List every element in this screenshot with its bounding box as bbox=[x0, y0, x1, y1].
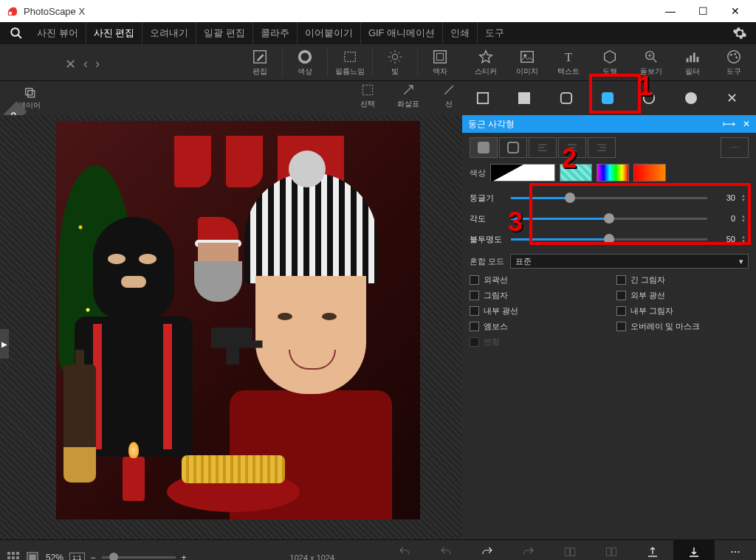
slider-row-1: 각도0▲▼ bbox=[470, 208, 749, 229]
window-titlebar: PhotoScape X — ☐ ✕ bbox=[0, 0, 756, 22]
maximize-button[interactable]: ☐ bbox=[688, 1, 718, 21]
shape-filled-roundsquare[interactable] bbox=[593, 87, 622, 109]
fill-mode-align3[interactable] bbox=[588, 137, 616, 158]
checkbox-box[interactable] bbox=[616, 322, 626, 331]
color-swatch-gradient[interactable] bbox=[633, 164, 666, 182]
history-3: 다시 실행 bbox=[508, 540, 549, 560]
tool-sun[interactable]: 빛 bbox=[374, 44, 416, 80]
menu-item-4[interactable]: 콜라주 bbox=[252, 22, 297, 44]
fill-mode-outline[interactable] bbox=[499, 137, 527, 158]
action-저장[interactable]: 저장 bbox=[673, 540, 715, 560]
tool-bars[interactable]: 필터 bbox=[672, 44, 713, 80]
checkbox-4[interactable]: 내부 광선 bbox=[470, 305, 602, 317]
slider-value: 50 bbox=[713, 235, 735, 243]
fill-mode-more[interactable]: ⋯ bbox=[721, 137, 749, 158]
menu-item-5[interactable]: 이어붙이기 bbox=[297, 22, 360, 44]
svg-rect-65 bbox=[565, 548, 569, 556]
slider-spinner[interactable]: ▲▼ bbox=[741, 214, 749, 223]
checkbox-6[interactable]: 엠보스 bbox=[470, 321, 602, 332]
menu-item-7[interactable]: 인쇄 bbox=[442, 22, 477, 44]
tool-pencil-square[interactable]: 편집 bbox=[239, 44, 281, 80]
slider-track[interactable] bbox=[511, 218, 707, 220]
zoom-slider[interactable] bbox=[102, 556, 176, 559]
shape-filled-circle[interactable] bbox=[676, 87, 706, 109]
grid-icon[interactable] bbox=[7, 552, 19, 561]
menu-item-0[interactable]: 사진 뷰어 bbox=[30, 22, 86, 44]
close-canvas-icon[interactable]: ✕ bbox=[65, 56, 76, 72]
close-button[interactable]: ✕ bbox=[721, 1, 750, 21]
tool-frame[interactable]: 액자 bbox=[419, 44, 461, 80]
zoom-in-icon[interactable]: + bbox=[182, 553, 187, 561]
prev-icon[interactable]: ‹ bbox=[83, 56, 88, 72]
tool-circle[interactable]: 색상 bbox=[284, 44, 326, 80]
slider-spinner[interactable]: ▲▼ bbox=[741, 193, 749, 202]
background-icon[interactable] bbox=[27, 552, 38, 561]
fill-mode-align2[interactable] bbox=[558, 137, 586, 158]
canvas-area[interactable] bbox=[13, 115, 462, 539]
svg-text:T: T bbox=[565, 49, 572, 63]
tool-image[interactable]: 이미지 bbox=[506, 44, 548, 80]
expand-sidebar-icon[interactable]: ▶ bbox=[0, 329, 9, 359]
menu-item-6[interactable]: GIF 애니메이션 bbox=[360, 22, 442, 44]
tool-zoom[interactable]: 돋보기 bbox=[630, 44, 672, 80]
checkbox-2[interactable]: 그림자 bbox=[470, 290, 602, 301]
slider-spinner[interactable]: ▲▼ bbox=[741, 235, 749, 243]
checkbox-box[interactable] bbox=[470, 306, 479, 316]
tool-hex[interactable]: 도형 bbox=[589, 44, 630, 80]
layers-button[interactable]: 레이어 PRO bbox=[0, 81, 59, 115]
svg-rect-34 bbox=[362, 85, 372, 94]
shape-outline-roundsquare[interactable] bbox=[551, 87, 581, 109]
blend-mode-dropdown[interactable]: 표준 ▾ bbox=[510, 254, 749, 269]
history-2[interactable]: 다시 실행 bbox=[467, 540, 508, 560]
checkbox-box[interactable] bbox=[616, 306, 626, 316]
checkbox-box[interactable] bbox=[470, 291, 479, 300]
checkbox-box[interactable] bbox=[470, 322, 479, 331]
slider-track[interactable] bbox=[511, 238, 707, 241]
action-기타[interactable]: 기타 bbox=[715, 540, 756, 560]
checkbox-box[interactable] bbox=[616, 291, 626, 300]
minimize-button[interactable]: — bbox=[656, 1, 685, 21]
subtool-select[interactable]: 선택 bbox=[360, 83, 375, 109]
color-swatch-pattern[interactable] bbox=[560, 164, 592, 182]
shape-outline-square[interactable] bbox=[468, 87, 498, 109]
checkbox-box[interactable] bbox=[470, 275, 479, 285]
menu-item-3[interactable]: 일괄 편집 bbox=[196, 22, 252, 44]
zoom-ratio[interactable]: 1:1 bbox=[69, 553, 85, 561]
fill-mode-solid[interactable] bbox=[470, 137, 498, 158]
svg-point-1 bbox=[11, 28, 19, 36]
color-swatch-spectrum[interactable] bbox=[597, 164, 629, 182]
shape-close-icon[interactable]: ✕ bbox=[718, 87, 747, 109]
zoom-out-icon[interactable]: − bbox=[91, 553, 96, 561]
svg-rect-17 bbox=[521, 51, 534, 62]
next-icon[interactable]: › bbox=[95, 56, 100, 72]
shape-filled-square[interactable] bbox=[509, 87, 539, 109]
pin-icon[interactable]: ⟼ bbox=[723, 119, 735, 129]
fill-mode-row: ⋯ bbox=[470, 137, 749, 158]
svg-rect-16 bbox=[436, 53, 443, 60]
checkbox-box[interactable] bbox=[616, 275, 626, 285]
checkbox-3[interactable]: 외부 광선 bbox=[616, 290, 749, 301]
fill-mode-align1[interactable] bbox=[529, 137, 557, 158]
subtool-line[interactable]: 선 bbox=[441, 83, 456, 109]
search-icon[interactable] bbox=[3, 22, 30, 44]
action-열기[interactable]: 열기 bbox=[632, 540, 673, 560]
color-swatch-bw[interactable] bbox=[490, 164, 555, 182]
checkbox-5[interactable]: 내부 그림자 bbox=[616, 305, 749, 317]
panel-close-icon[interactable]: ✕ bbox=[743, 119, 750, 129]
slider-track[interactable] bbox=[511, 197, 707, 199]
tool-text[interactable]: T텍스트 bbox=[548, 44, 589, 80]
checkbox-0[interactable]: 외곽선 bbox=[470, 274, 602, 286]
menu-item-1[interactable]: 사진 편집 bbox=[86, 22, 142, 44]
slider-row-0: 둥글기30▲▼ bbox=[470, 187, 749, 208]
tool-star[interactable]: 스티커 bbox=[465, 44, 506, 80]
menu-item-8[interactable]: 도구 bbox=[477, 22, 512, 44]
tool-palette[interactable]: 도구 bbox=[713, 44, 755, 80]
svg-rect-26 bbox=[693, 52, 695, 62]
menu-item-2[interactable]: 오려내기 bbox=[142, 22, 196, 44]
subtool-arrow[interactable]: 화살표 bbox=[397, 83, 419, 109]
checkbox-1[interactable]: 긴 그림자 bbox=[616, 274, 749, 286]
settings-icon[interactable] bbox=[726, 22, 753, 44]
tool-film[interactable]: 필름느낌 bbox=[329, 44, 371, 80]
shape-outline-circle[interactable] bbox=[634, 87, 664, 109]
checkbox-7[interactable]: 오버레이 및 마스크 bbox=[616, 321, 749, 332]
